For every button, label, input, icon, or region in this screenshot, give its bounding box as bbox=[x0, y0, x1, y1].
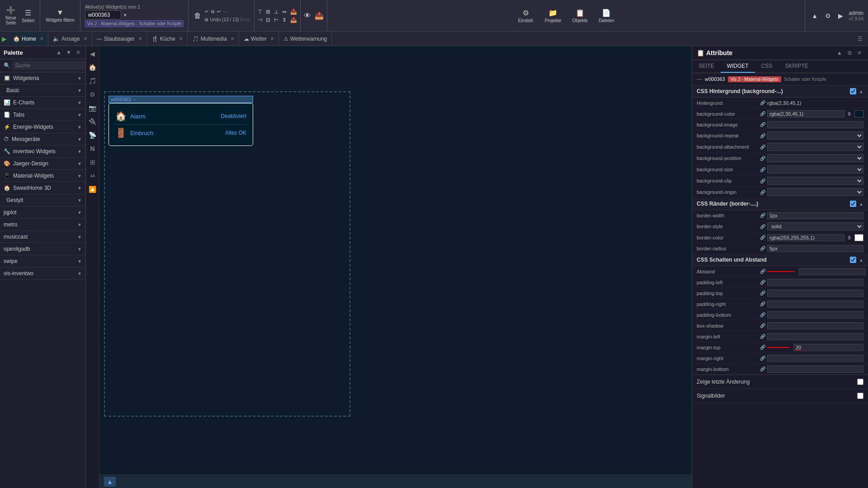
canvas-nav-up-button[interactable]: ▲ bbox=[104, 477, 116, 487]
css-raender-checkbox[interactable] bbox=[850, 201, 856, 207]
border-style-select[interactable]: solid bbox=[767, 222, 863, 230]
right-tab-widget[interactable]: WIDGET bbox=[721, 60, 755, 73]
staubsauger-tab-close[interactable]: ✕ bbox=[138, 36, 142, 41]
kueche-tab-close[interactable]: ✕ bbox=[179, 36, 183, 41]
border-color-swatch[interactable] bbox=[854, 234, 863, 241]
grid-side-button[interactable]: ⊞ bbox=[87, 156, 99, 168]
align-vcenter-button[interactable]: ⊞ bbox=[264, 8, 272, 15]
background-color-swatch[interactable] bbox=[854, 110, 863, 117]
ansage-tab-close[interactable]: ✕ bbox=[84, 36, 87, 41]
css-hintergrund-section-header[interactable]: CSS Hintergrund (background-...) ▲ bbox=[692, 85, 868, 98]
wetter-tab-close[interactable]: ✕ bbox=[270, 36, 274, 41]
projekte-button[interactable]: 📁 Projekte bbox=[541, 7, 565, 25]
export2-button[interactable]: 📤 bbox=[313, 11, 325, 20]
palette-up-button[interactable]: ▲ bbox=[55, 49, 63, 56]
link-icon-padding-right[interactable]: 🔗 bbox=[760, 301, 765, 306]
tab-home[interactable]: 🏠 Home ✕ bbox=[9, 32, 48, 46]
link-icon-bg-origin[interactable]: 🔗 bbox=[760, 190, 765, 195]
link-icon-margin-right[interactable]: 🔗 bbox=[760, 356, 765, 361]
link-icon-abstand[interactable]: 🔗 bbox=[760, 269, 765, 274]
right-tab-css[interactable]: CSS bbox=[755, 60, 779, 73]
palette-category-metro[interactable]: metro ▼ bbox=[0, 219, 85, 231]
play-button[interactable]: ▶ bbox=[836, 11, 845, 20]
search-input[interactable] bbox=[12, 61, 85, 70]
right-tab-seite[interactable]: SEITE bbox=[692, 60, 721, 73]
paste-button[interactable]: ⧉ bbox=[204, 16, 209, 23]
attr-close-button[interactable]: ✕ bbox=[855, 49, 863, 57]
chevron-up-button[interactable]: ▲ bbox=[810, 11, 820, 20]
home-side-button[interactable]: 🏠 bbox=[87, 61, 99, 73]
multimedia-tab-close[interactable]: ✕ bbox=[231, 36, 234, 41]
widget-dropdown-arrow[interactable]: ▼ bbox=[123, 13, 127, 18]
background-image-input[interactable] bbox=[767, 121, 863, 128]
attr-popout-button[interactable]: ⧉ bbox=[846, 49, 854, 57]
cut-button[interactable]: ✂ bbox=[204, 8, 209, 15]
background-repeat-select[interactable] bbox=[767, 131, 863, 140]
tab-wetter[interactable]: ☁ Wetter ✕ bbox=[239, 32, 279, 46]
link-icon-margin-top[interactable]: 🔗 bbox=[760, 345, 765, 350]
palette-category-vis-inventwo[interactable]: vis-inventwo ▼ bbox=[0, 267, 85, 280]
palette-category-sweethome[interactable]: 🏠 SweetHome 3D ▼ bbox=[0, 182, 85, 194]
link-icon-padding-bottom[interactable]: 🔗 bbox=[760, 312, 765, 317]
abstand-input[interactable] bbox=[799, 268, 866, 275]
link-icon-margin-bottom[interactable]: 🔗 bbox=[760, 366, 765, 371]
redo-button[interactable]: ↪ bbox=[222, 8, 228, 15]
widgets-filtern-button[interactable]: ▼ Widgets filtern bbox=[44, 8, 76, 23]
link-icon-padding-left[interactable]: 🔗 bbox=[760, 280, 765, 285]
link-icon-bg-clip[interactable]: 🔗 bbox=[760, 178, 765, 183]
palette-category-inventwo[interactable]: 🔧 inventwo Widgets ▼ bbox=[0, 145, 85, 158]
padding-right-input[interactable] bbox=[767, 300, 863, 308]
view-button[interactable]: 👁 bbox=[302, 11, 312, 20]
antenna-side-button[interactable]: 📡 bbox=[87, 129, 99, 141]
widget-name-input[interactable] bbox=[85, 10, 121, 19]
tab-staubsauger[interactable]: — Staubsauger ✕ bbox=[92, 32, 147, 46]
palette-category-musiccast[interactable]: musiccast ▼ bbox=[0, 231, 85, 243]
signalbilder-checkbox[interactable] bbox=[857, 393, 863, 399]
border-radius-input[interactable] bbox=[767, 245, 863, 252]
css-hintergrund-collapse[interactable]: ▲ bbox=[859, 89, 863, 94]
palette-category-swipe[interactable]: swipe ▼ bbox=[0, 255, 85, 267]
background-position-select[interactable] bbox=[767, 154, 863, 162]
right-tab-skripte[interactable]: SKRIPTE bbox=[778, 60, 814, 73]
margin-right-input[interactable] bbox=[767, 355, 863, 362]
link-icon-hintergrund[interactable]: 🔗 bbox=[760, 100, 765, 105]
numbers-side-button[interactable]: 14 bbox=[87, 170, 99, 182]
theme-button[interactable]: ⚙ bbox=[823, 11, 833, 20]
css-raender-section-header[interactable]: CSS Ränder (border-....) ▲ bbox=[692, 198, 868, 210]
attr-up-button[interactable]: ▲ bbox=[835, 49, 844, 57]
dist-v-button[interactable]: ⇕ bbox=[281, 16, 288, 23]
dist-h-button[interactable]: ⇔ bbox=[281, 8, 288, 15]
palette-category-echarts[interactable]: 📊 E-Charts ▼ bbox=[0, 97, 85, 109]
align-top-button[interactable]: ⊤ bbox=[256, 8, 264, 15]
tab-multimedia[interactable]: 🎵 Multimedia ✕ bbox=[188, 32, 239, 46]
background-color-del-btn[interactable]: 🗑 bbox=[846, 111, 853, 116]
margin-top-input[interactable] bbox=[793, 344, 863, 351]
palette-category-gestylt[interactable]: Gestylt ▼ bbox=[0, 194, 85, 206]
css-raender-collapse[interactable]: ▲ bbox=[859, 202, 863, 206]
up-side-button[interactable]: 🔼 bbox=[87, 183, 99, 195]
palette-category-energie[interactable]: ⚡ Energie-Widgets ▼ bbox=[0, 121, 85, 133]
delete-widget-button[interactable]: 🗑 bbox=[192, 11, 203, 21]
link-icon-bg-attach[interactable]: 🔗 bbox=[760, 145, 765, 150]
align-right-button[interactable]: ⊢ bbox=[273, 16, 280, 23]
tab-wetterwarnung[interactable]: ⚠ Wetterwarnung bbox=[279, 32, 332, 46]
link-icon-bg-size[interactable]: 🔗 bbox=[760, 167, 765, 172]
padding-bottom-input[interactable] bbox=[767, 311, 863, 319]
box-shadow-input[interactable] bbox=[767, 322, 863, 329]
palette-category-jaeger[interactable]: 🎨 Jaeger-Design ▼ bbox=[0, 158, 85, 170]
undo-button[interactable]: ↩ bbox=[216, 8, 222, 15]
link-icon-border-radius[interactable]: 🔗 bbox=[760, 246, 765, 251]
palette-category-basic[interactable]: Basic ▼ bbox=[0, 84, 85, 97]
css-schatten-checkbox[interactable] bbox=[850, 257, 856, 263]
align-left-button[interactable]: ⊣ bbox=[256, 16, 264, 23]
palette-category-widgeteria[interactable]: 🔲 Widgeteria ▼ bbox=[0, 72, 85, 84]
tab-menu-button[interactable]: ☰ bbox=[854, 34, 866, 44]
camera-side-button[interactable]: 📷 bbox=[87, 102, 99, 114]
tab-kueche[interactable]: 🍴 Küche ✕ bbox=[147, 32, 188, 46]
palette-close-button[interactable]: ✕ bbox=[75, 49, 82, 56]
settings-side-button[interactable]: ⚙ bbox=[87, 89, 99, 100]
padding-left-input[interactable] bbox=[767, 279, 863, 286]
border-color-del-btn[interactable]: 🗑 bbox=[846, 235, 853, 240]
link-icon-margin-left[interactable]: 🔗 bbox=[760, 334, 765, 339]
seiten-button[interactable]: ☰ Seiten bbox=[20, 8, 36, 24]
